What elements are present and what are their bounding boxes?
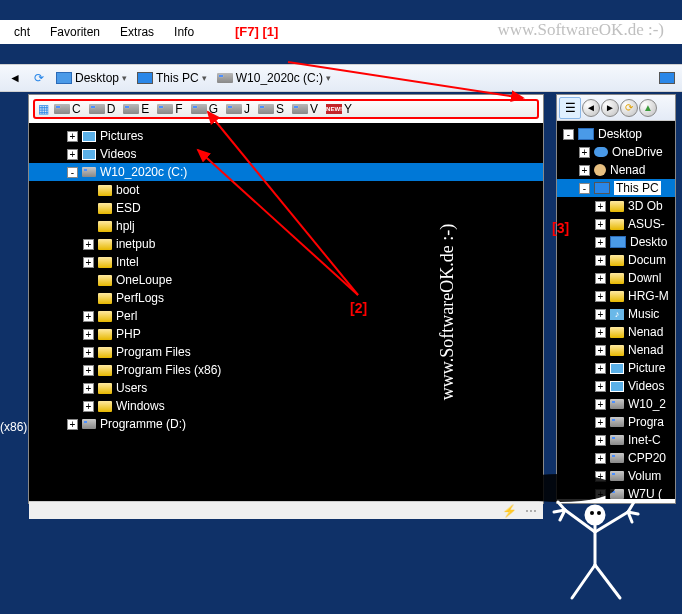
expand-icon[interactable]: + (83, 311, 94, 322)
view-button[interactable] (656, 67, 678, 89)
drive-E[interactable]: E (120, 102, 152, 116)
expand-icon[interactable]: + (595, 291, 606, 302)
tree-node[interactable]: +inetpub (29, 235, 543, 253)
collapse-icon[interactable]: - (67, 167, 78, 178)
drive-S[interactable]: S (255, 102, 287, 116)
expand-icon[interactable]: + (595, 273, 606, 284)
tree-node[interactable]: +Nenad (557, 323, 675, 341)
expand-icon[interactable]: + (595, 237, 606, 248)
expand-icon[interactable]: + (83, 347, 94, 358)
expand-icon[interactable]: + (67, 149, 78, 160)
tree-node[interactable]: +W7U ( (557, 485, 675, 499)
tree-node[interactable]: +Videos (557, 377, 675, 395)
expand-icon[interactable]: + (67, 419, 78, 430)
drive-G[interactable]: G (188, 102, 221, 116)
tree-node[interactable]: PerfLogs (29, 289, 543, 307)
expand-icon[interactable]: + (83, 383, 94, 394)
expand-icon[interactable]: + (83, 365, 94, 376)
tree-node[interactable]: +Videos (29, 145, 543, 163)
nav-back-button[interactable]: ◄ (582, 99, 600, 117)
expand-icon[interactable]: + (595, 399, 606, 410)
tree-node[interactable]: -Desktop (557, 125, 675, 143)
expand-icon[interactable]: + (595, 219, 606, 230)
tree-node[interactable]: OneLoupe (29, 271, 543, 289)
expand-icon[interactable]: + (579, 147, 590, 158)
tree-node[interactable]: boot (29, 181, 543, 199)
tree-node[interactable]: +♪Music (557, 305, 675, 323)
expand-icon[interactable]: + (83, 257, 94, 268)
drive-F[interactable]: F (154, 102, 185, 116)
tree-node[interactable]: +Perl (29, 307, 543, 325)
tree-node[interactable]: +Volum (557, 467, 675, 485)
expand-icon[interactable]: + (595, 363, 606, 374)
collapse-icon[interactable]: - (579, 183, 590, 194)
tree-node[interactable]: +Programme (D:) (29, 415, 543, 433)
menu-item[interactable]: Extras (110, 23, 164, 41)
expand-icon[interactable]: + (595, 201, 606, 212)
tree-node[interactable]: +Windows (29, 397, 543, 415)
tree-node[interactable]: +Nenad (557, 341, 675, 359)
tree-node[interactable]: +Downl (557, 269, 675, 287)
tree-node[interactable]: +Picture (557, 359, 675, 377)
back-button[interactable]: ◄ (4, 67, 26, 89)
folder-tree[interactable]: www.SoftwareOK.de :-) +Pictures+Videos-W… (29, 123, 543, 501)
refresh-button[interactable]: ⟳ (28, 67, 50, 89)
breadcrumb-thispc[interactable]: This PC▾ (133, 71, 211, 85)
tree-node[interactable]: +Progra (557, 413, 675, 431)
expand-icon[interactable]: + (595, 489, 606, 500)
tree-node[interactable]: +3D Ob (557, 197, 675, 215)
expand-icon[interactable]: + (595, 327, 606, 338)
tree-node[interactable]: hplj (29, 217, 543, 235)
expand-icon[interactable]: + (67, 131, 78, 142)
tree-node[interactable]: +Inet-C (557, 431, 675, 449)
menu-item[interactable]: cht (4, 23, 40, 41)
tree-node[interactable]: -This PC (557, 179, 675, 197)
expand-icon[interactable]: + (595, 417, 606, 428)
drive-V[interactable]: V (289, 102, 321, 116)
expand-icon[interactable]: + (595, 381, 606, 392)
lightning-icon[interactable]: ⚡ (502, 504, 517, 518)
breadcrumb-drive[interactable]: W10_2020c (C:)▾ (213, 71, 335, 85)
tree-node[interactable]: ESD (29, 199, 543, 217)
tree-node[interactable]: +PHP (29, 325, 543, 343)
tree-node[interactable]: -W10_2020c (C:) (29, 163, 543, 181)
apps-icon[interactable]: ▦ (37, 102, 49, 116)
expand-icon[interactable]: + (595, 345, 606, 356)
expand-icon[interactable]: + (595, 453, 606, 464)
expand-icon[interactable]: + (83, 401, 94, 412)
tree-node[interactable]: +Nenad (557, 161, 675, 179)
drive-D[interactable]: D (86, 102, 119, 116)
expand-icon[interactable]: + (579, 165, 590, 176)
collapse-icon[interactable]: - (563, 129, 574, 140)
expand-icon[interactable]: + (595, 309, 606, 320)
tree-node[interactable]: +ASUS- (557, 215, 675, 233)
nav-refresh-button[interactable]: ⟳ (620, 99, 638, 117)
expand-icon[interactable]: + (595, 435, 606, 446)
tree-node[interactable]: +Pictures (29, 127, 543, 145)
list-view-button[interactable]: ☰ (559, 97, 581, 119)
tree-node[interactable]: +W10_2 (557, 395, 675, 413)
tree-node[interactable]: +Program Files (x86) (29, 361, 543, 379)
right-tree[interactable]: -Desktop+OneDrive+Nenad-This PC+3D Ob+AS… (557, 121, 675, 499)
tree-node[interactable]: +HRG-M (557, 287, 675, 305)
drive-C[interactable]: C (51, 102, 84, 116)
menu-item[interactable]: Favoriten (40, 23, 110, 41)
tree-node[interactable]: +Deskto (557, 233, 675, 251)
expand-icon[interactable]: + (83, 239, 94, 250)
drive-Y[interactable]: NEW!!Y (323, 102, 355, 116)
tree-node[interactable]: +CPP20 (557, 449, 675, 467)
nav-up-button[interactable]: ▲ (639, 99, 657, 117)
breadcrumb-desktop[interactable]: Desktop▾ (52, 71, 131, 85)
tree-node[interactable]: +Users (29, 379, 543, 397)
tree-node[interactable]: +Intel (29, 253, 543, 271)
tree-node[interactable]: +Docum (557, 251, 675, 269)
drive-J[interactable]: J (223, 102, 253, 116)
tree-node[interactable]: +Program Files (29, 343, 543, 361)
nav-fwd-button[interactable]: ► (601, 99, 619, 117)
expand-icon[interactable]: + (83, 329, 94, 340)
expand-icon[interactable]: + (595, 471, 606, 482)
node-label: Nenad (628, 343, 663, 357)
expand-icon[interactable]: + (595, 255, 606, 266)
tree-node[interactable]: +OneDrive (557, 143, 675, 161)
menu-item[interactable]: Info (164, 23, 204, 41)
